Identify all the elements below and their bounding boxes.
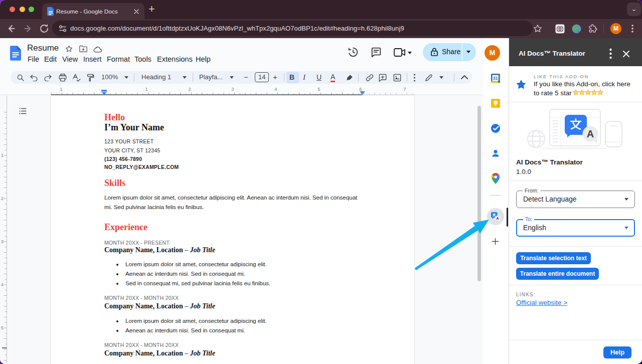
svg-text:2: 2	[1, 196, 4, 201]
svg-text:A: A	[587, 128, 594, 139]
svg-text:3: 3	[1, 239, 4, 244]
svg-text:4: 4	[1, 282, 4, 287]
svg-text:A: A	[496, 216, 499, 221]
svg-text:7: 7	[403, 86, 406, 92]
svg-text:4: 4	[274, 86, 277, 92]
svg-text:2: 2	[188, 86, 191, 92]
svg-text:1: 1	[145, 86, 147, 92]
svg-text:5: 5	[1, 325, 4, 330]
svg-text:31: 31	[493, 76, 498, 81]
svg-text:1: 1	[1, 152, 4, 158]
svg-text:1: 1	[60, 86, 62, 92]
svg-text:6: 6	[359, 86, 362, 92]
svg-text:3: 3	[231, 86, 234, 92]
svg-text:5: 5	[317, 86, 320, 92]
